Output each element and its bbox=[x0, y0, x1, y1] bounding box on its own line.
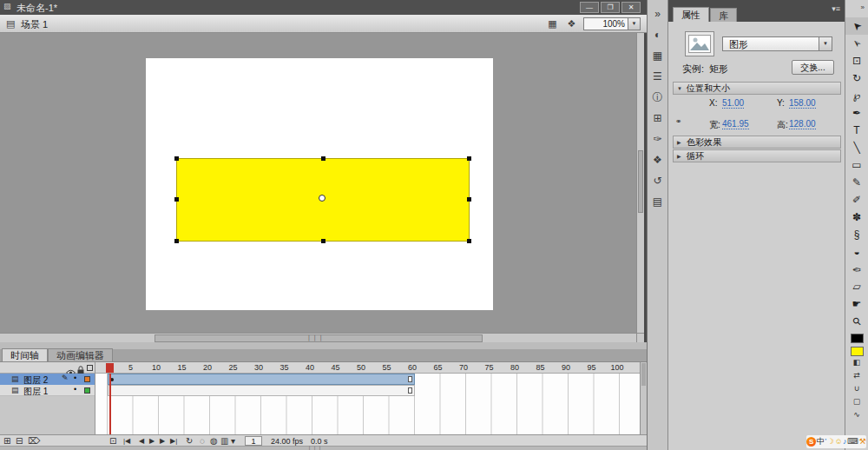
pen-tool[interactable]: ✒ bbox=[845, 104, 868, 122]
height-value[interactable]: 128.00 bbox=[789, 119, 816, 129]
layer-visibility-dot[interactable]: • bbox=[74, 374, 76, 382]
splitter-grip-icon[interactable]: ❘❘❘ bbox=[306, 334, 325, 341]
text-tool[interactable]: T bbox=[845, 122, 868, 139]
align-panel-icon[interactable]: ☰ bbox=[648, 66, 667, 87]
3d-rotation-tool[interactable]: ↻ bbox=[845, 69, 868, 87]
deco-tool[interactable]: ✽ bbox=[845, 208, 868, 226]
moon-icon[interactable]: ☽ bbox=[827, 435, 834, 448]
tab-timeline[interactable]: 时间轴 bbox=[2, 348, 48, 361]
selected-rectangle-shape[interactable] bbox=[176, 158, 470, 242]
frame-number-row[interactable]: 5101520253035404550556065707580859095100 bbox=[95, 362, 640, 374]
frame-number-80[interactable]: 80 bbox=[510, 363, 519, 372]
stroke-color-chip[interactable] bbox=[851, 334, 864, 343]
x-value[interactable]: 51.00 bbox=[722, 98, 744, 109]
layer-row-1[interactable]: ▤ 图层 1 • bbox=[0, 385, 95, 396]
vertical-scrollbar[interactable] bbox=[636, 33, 644, 333]
pencil-tool[interactable]: ✎ bbox=[845, 174, 868, 191]
horizontal-scrollbar[interactable]: ❘❘❘ bbox=[0, 333, 636, 342]
free-transform-tool[interactable]: ⊡ bbox=[845, 52, 868, 69]
layer-outline-color[interactable] bbox=[84, 387, 90, 394]
frame-area[interactable]: 5101520253035404550556065707580859095100 bbox=[95, 362, 640, 434]
default-colors-icon[interactable]: ◧ bbox=[845, 356, 868, 369]
frame-number-40[interactable]: 40 bbox=[306, 363, 314, 372]
info-panel-icon[interactable]: ⓘ bbox=[648, 87, 667, 108]
lasso-tool[interactable]: ℘ bbox=[845, 87, 868, 104]
section-position-size[interactable]: ▼ 位置和大小 bbox=[673, 82, 841, 95]
code-snippets-panel-icon[interactable]: ✑ bbox=[648, 129, 667, 149]
tab-motion-editor[interactable]: 动画编辑器 bbox=[48, 348, 113, 361]
frame-number-90[interactable]: 90 bbox=[562, 363, 570, 372]
tab-properties[interactable]: 属性 bbox=[673, 7, 709, 22]
selection-handle-middle-right[interactable] bbox=[467, 197, 471, 202]
edit-symbols-button[interactable]: ❖ bbox=[564, 17, 579, 30]
outline-all-layers-icon[interactable] bbox=[87, 365, 93, 371]
frame-number-5[interactable]: 5 bbox=[128, 363, 133, 372]
transformation-point[interactable] bbox=[319, 195, 326, 202]
hand-tool[interactable]: ☛ bbox=[845, 295, 868, 313]
layer-row-2[interactable]: ▤ 图层 2 ✎ • bbox=[0, 374, 95, 385]
transform-panel-icon[interactable]: ⊞ bbox=[648, 108, 667, 129]
frame-number-15[interactable]: 15 bbox=[178, 363, 187, 372]
selection-handle-middle-left[interactable] bbox=[174, 197, 179, 202]
minimize-button[interactable]: — bbox=[580, 2, 599, 13]
subselection-tool[interactable]: ➣ bbox=[845, 35, 868, 52]
symbol-type-dropdown[interactable]: 图形 ▼ bbox=[722, 36, 832, 51]
close-button[interactable]: ✕ bbox=[621, 2, 641, 13]
emoji-icon[interactable]: ☺ bbox=[834, 435, 842, 448]
tween-span-layer-2[interactable] bbox=[108, 374, 415, 385]
maximize-button[interactable]: ❐ bbox=[601, 2, 620, 13]
rectangle-tool[interactable]: ▭ bbox=[845, 156, 868, 174]
chevron-down-icon[interactable]: ▼ bbox=[819, 37, 832, 50]
frame-number-45[interactable]: 45 bbox=[332, 363, 340, 372]
frame-number-30[interactable]: 30 bbox=[254, 363, 263, 372]
line-tool[interactable]: ╲ bbox=[845, 139, 868, 156]
sogou-logo-icon[interactable]: S bbox=[806, 437, 816, 447]
swatches-panel-icon[interactable]: ▦ bbox=[648, 45, 667, 66]
selection-tool[interactable]: ➤ bbox=[845, 17, 868, 35]
frame-number-35[interactable]: 35 bbox=[280, 363, 289, 372]
paint-bucket-tool[interactable]: ◒ bbox=[845, 243, 868, 261]
playhead[interactable] bbox=[106, 363, 114, 373]
bone-tool[interactable]: § bbox=[845, 226, 868, 243]
vertical-scrollbar-thumb[interactable] bbox=[638, 150, 643, 213]
section-loop[interactable]: ▶ 循环 bbox=[673, 149, 841, 162]
frame-number-70[interactable]: 70 bbox=[459, 363, 468, 372]
selection-handle-top-middle[interactable] bbox=[321, 156, 326, 161]
selection-handle-top-left[interactable] bbox=[174, 156, 179, 161]
eraser-tool[interactable]: ▱ bbox=[845, 278, 868, 295]
object-drawing-toggle[interactable]: ▢ bbox=[845, 395, 868, 408]
tab-library[interactable]: 库 bbox=[710, 8, 737, 22]
frame-rate-value[interactable]: 24.00 fps bbox=[271, 437, 303, 446]
frame-number-55[interactable]: 55 bbox=[383, 363, 391, 372]
snap-to-objects-toggle[interactable]: ∪ bbox=[845, 382, 868, 395]
brush-tool[interactable]: ✐ bbox=[845, 191, 868, 208]
frame-number-95[interactable]: 95 bbox=[588, 363, 596, 372]
timeline-scrollbar-thumb[interactable] bbox=[641, 363, 646, 386]
layer-outline-color[interactable] bbox=[84, 376, 90, 382]
scene-breadcrumb[interactable]: 场景 1 bbox=[21, 18, 48, 31]
toolbox-icon[interactable]: ⚒ bbox=[859, 435, 866, 448]
selection-handle-bottom-middle[interactable] bbox=[321, 239, 326, 243]
timeline-scrollbar[interactable] bbox=[640, 362, 647, 434]
frame-number-100[interactable]: 100 bbox=[611, 363, 624, 372]
width-value[interactable]: 461.95 bbox=[722, 119, 749, 129]
frame-number-10[interactable]: 10 bbox=[152, 363, 161, 372]
selection-handle-top-right[interactable] bbox=[467, 156, 471, 161]
frame-number-20[interactable]: 20 bbox=[203, 363, 212, 372]
resize-grip-icon[interactable]: ❘❘❘ bbox=[307, 445, 323, 450]
color-panel-icon[interactable]: ◐ bbox=[648, 24, 667, 45]
lock-aspect-ratio-icon[interactable]: ⚭ bbox=[675, 117, 682, 126]
frame-number-60[interactable]: 60 bbox=[408, 363, 417, 372]
frame-number-25[interactable]: 25 bbox=[229, 363, 238, 372]
keyboard-icon[interactable]: ⌨ bbox=[847, 435, 858, 448]
frame-number-75[interactable]: 75 bbox=[485, 363, 494, 372]
chevron-down-icon[interactable]: ▼ bbox=[628, 18, 640, 30]
selection-handle-bottom-left[interactable] bbox=[174, 239, 179, 243]
pasteboard[interactable] bbox=[0, 33, 636, 333]
zoom-tool[interactable]: ⚲ bbox=[845, 313, 868, 330]
swap-button[interactable]: 交换... bbox=[792, 60, 834, 75]
swap-colors-icon[interactable]: ⇄ bbox=[845, 369, 868, 382]
zoom-select[interactable]: 100% ▼ bbox=[583, 17, 641, 30]
motion-presets-panel-icon[interactable]: ↺ bbox=[648, 170, 667, 191]
edit-scene-button[interactable]: ▦ bbox=[545, 17, 560, 30]
